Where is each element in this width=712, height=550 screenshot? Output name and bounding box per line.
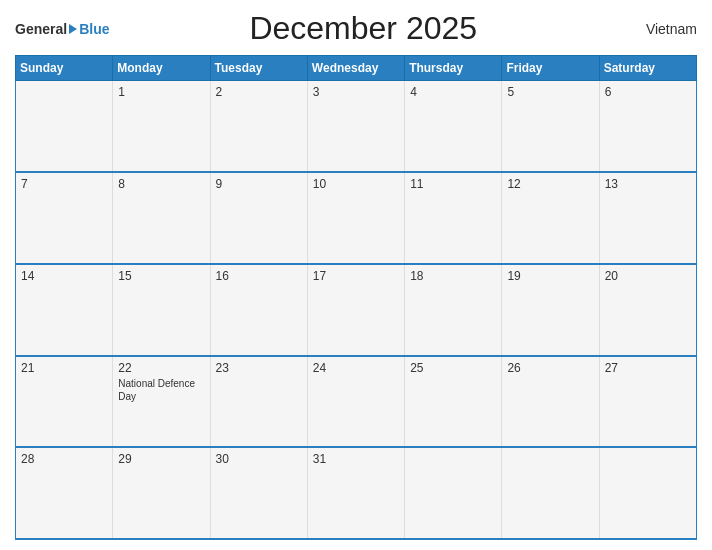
- calendar-cell: 26: [502, 356, 599, 448]
- calendar-cell: [502, 447, 599, 539]
- day-number: 12: [507, 177, 593, 191]
- day-of-week-sunday: Sunday: [16, 56, 113, 81]
- day-number: 17: [313, 269, 399, 283]
- calendar-cell: 10: [307, 172, 404, 264]
- calendar-cell: 30: [210, 447, 307, 539]
- day-number: 8: [118, 177, 204, 191]
- calendar-cell: 9: [210, 172, 307, 264]
- calendar-cell: 1: [113, 81, 210, 173]
- day-number: 27: [605, 361, 691, 375]
- day-number: 7: [21, 177, 107, 191]
- calendar-cell: 14: [16, 264, 113, 356]
- calendar-cell: 21: [16, 356, 113, 448]
- day-number: 18: [410, 269, 496, 283]
- day-of-week-friday: Friday: [502, 56, 599, 81]
- day-number: 2: [216, 85, 302, 99]
- calendar-title: December 2025: [109, 10, 617, 47]
- days-of-week-row: SundayMondayTuesdayWednesdayThursdayFrid…: [16, 56, 697, 81]
- day-number: 20: [605, 269, 691, 283]
- calendar-cell: 31: [307, 447, 404, 539]
- calendar-week-row: 2122National Defence Day2324252627: [16, 356, 697, 448]
- calendar-body: 12345678910111213141516171819202122Natio…: [16, 81, 697, 540]
- calendar-cell: 2: [210, 81, 307, 173]
- day-number: 3: [313, 85, 399, 99]
- calendar-cell: 20: [599, 264, 696, 356]
- calendar-cell: 4: [405, 81, 502, 173]
- calendar-week-row: 78910111213: [16, 172, 697, 264]
- day-number: 11: [410, 177, 496, 191]
- day-number: 10: [313, 177, 399, 191]
- day-number: 9: [216, 177, 302, 191]
- day-number: 22: [118, 361, 204, 375]
- calendar-cell: 27: [599, 356, 696, 448]
- calendar-cell: 19: [502, 264, 599, 356]
- calendar-cell: 16: [210, 264, 307, 356]
- day-number: 16: [216, 269, 302, 283]
- logo-blue-text: Blue: [79, 21, 109, 37]
- calendar-cell: 15: [113, 264, 210, 356]
- day-number: 28: [21, 452, 107, 466]
- calendar-cell: 7: [16, 172, 113, 264]
- calendar-table: SundayMondayTuesdayWednesdayThursdayFrid…: [15, 55, 697, 540]
- day-of-week-saturday: Saturday: [599, 56, 696, 81]
- day-number: 4: [410, 85, 496, 99]
- calendar-cell: [16, 81, 113, 173]
- day-number: 26: [507, 361, 593, 375]
- day-of-week-tuesday: Tuesday: [210, 56, 307, 81]
- day-of-week-wednesday: Wednesday: [307, 56, 404, 81]
- page-header: General Blue December 2025 Vietnam: [15, 10, 697, 47]
- day-number: 5: [507, 85, 593, 99]
- calendar-cell: 3: [307, 81, 404, 173]
- calendar-week-row: 123456: [16, 81, 697, 173]
- calendar-header: SundayMondayTuesdayWednesdayThursdayFrid…: [16, 56, 697, 81]
- day-number: 15: [118, 269, 204, 283]
- calendar-cell: 23: [210, 356, 307, 448]
- logo-triangle-icon: [69, 24, 77, 34]
- calendar-cell: [599, 447, 696, 539]
- day-number: 24: [313, 361, 399, 375]
- calendar-event: National Defence Day: [118, 377, 204, 403]
- day-number: 25: [410, 361, 496, 375]
- calendar-cell: 29: [113, 447, 210, 539]
- day-number: 29: [118, 452, 204, 466]
- calendar-cell: 8: [113, 172, 210, 264]
- calendar-cell: 13: [599, 172, 696, 264]
- logo: General Blue: [15, 21, 109, 37]
- day-of-week-monday: Monday: [113, 56, 210, 81]
- calendar-cell: 28: [16, 447, 113, 539]
- day-number: 14: [21, 269, 107, 283]
- calendar-cell: 6: [599, 81, 696, 173]
- calendar-week-row: 14151617181920: [16, 264, 697, 356]
- day-number: 6: [605, 85, 691, 99]
- day-number: 31: [313, 452, 399, 466]
- country-label: Vietnam: [617, 21, 697, 37]
- day-number: 21: [21, 361, 107, 375]
- day-number: 13: [605, 177, 691, 191]
- calendar-cell: 18: [405, 264, 502, 356]
- calendar-cell: 11: [405, 172, 502, 264]
- calendar-week-row: 28293031: [16, 447, 697, 539]
- calendar-cell: [405, 447, 502, 539]
- day-number: 19: [507, 269, 593, 283]
- logo-general-text: General: [15, 21, 67, 37]
- calendar-cell: 24: [307, 356, 404, 448]
- calendar-cell: 12: [502, 172, 599, 264]
- day-number: 1: [118, 85, 204, 99]
- day-number: 30: [216, 452, 302, 466]
- day-number: 23: [216, 361, 302, 375]
- calendar-cell: 22National Defence Day: [113, 356, 210, 448]
- day-of-week-thursday: Thursday: [405, 56, 502, 81]
- calendar-cell: 25: [405, 356, 502, 448]
- calendar-cell: 17: [307, 264, 404, 356]
- calendar-cell: 5: [502, 81, 599, 173]
